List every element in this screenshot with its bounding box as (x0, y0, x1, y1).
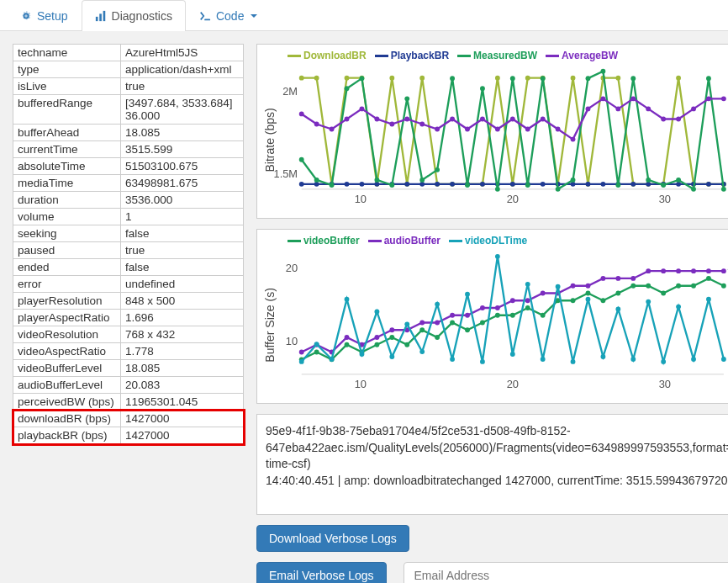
svg-point-218 (676, 305, 681, 310)
buffer-chart: videoBufferaudioBuffervideoDLTime Buffer… (256, 229, 728, 404)
svg-point-78 (435, 167, 440, 172)
svg-point-193 (299, 359, 304, 364)
table-row: technameAzureHtml5JS (13, 45, 244, 61)
svg-point-184 (600, 276, 605, 281)
legend-swatch (546, 55, 559, 57)
legend-item: MeasuredBW (457, 50, 537, 61)
svg-point-163 (721, 284, 726, 289)
svg-point-108 (450, 117, 455, 122)
svg-point-147 (480, 321, 485, 326)
svg-rect-0 (95, 17, 98, 21)
diag-key: isLive (13, 78, 121, 95)
terminal-icon (199, 10, 211, 22)
svg-point-69 (299, 157, 304, 162)
table-row: downloadBR (bps)1427000 (13, 411, 244, 427)
diagnostics-table: technameAzureHtml5JStypeapplication/dash… (13, 44, 244, 444)
svg-point-29 (571, 76, 576, 81)
svg-point-213 (600, 354, 605, 359)
diag-value: 11965301.045 (121, 394, 244, 411)
legend-label: PlaybackBR (391, 50, 449, 61)
diag-key: videoResolution (13, 326, 121, 343)
table-row: volume1 (13, 209, 244, 225)
svg-text:10: 10 (355, 378, 367, 390)
tab-diagnostics[interactable]: Diagnostics (82, 0, 186, 31)
diag-key: volume (13, 209, 121, 225)
legend-swatch (288, 55, 301, 57)
svg-point-59 (586, 182, 591, 187)
svg-point-186 (630, 276, 636, 281)
diag-key: ended (13, 259, 121, 276)
diag-key: paused (13, 242, 121, 259)
svg-point-211 (571, 359, 576, 364)
diag-value: 1.696 (121, 310, 244, 326)
diag-value: 18.085 (121, 360, 244, 377)
svg-point-191 (706, 268, 711, 273)
bitrate-chart-svg: Bitrate (bps) Bandwidth (bps) 2M 1.5M 14… (262, 61, 728, 214)
diag-key: bufferedRange (13, 95, 121, 125)
svg-point-99 (314, 122, 319, 127)
svg-point-214 (615, 307, 620, 312)
svg-text:20: 20 (507, 378, 519, 390)
diag-key: bufferAhead (13, 125, 121, 141)
svg-point-24 (495, 76, 500, 81)
svg-point-200 (404, 321, 409, 326)
ylabel-left: Buffer Size (s) (263, 288, 277, 362)
table-row: endedfalse (13, 259, 244, 276)
svg-point-86 (556, 187, 561, 192)
svg-point-162 (706, 276, 711, 281)
svg-point-107 (435, 127, 440, 132)
svg-point-158 (646, 284, 651, 289)
svg-text:2M: 2M (282, 85, 298, 98)
svg-point-19 (419, 76, 425, 81)
tab-code[interactable]: Code (186, 0, 271, 31)
svg-point-109 (465, 127, 470, 132)
svg-point-210 (556, 284, 561, 289)
svg-point-194 (314, 342, 319, 347)
svg-point-101 (345, 117, 350, 122)
svg-point-96 (706, 76, 711, 81)
svg-point-146 (465, 327, 470, 332)
svg-point-212 (586, 297, 591, 302)
svg-point-79 (450, 76, 455, 81)
diag-value: 1427000 (121, 411, 244, 427)
email-verbose-logs-button[interactable]: Email Verbose Logs (256, 562, 387, 583)
diag-value: 768 x 432 (121, 326, 244, 343)
diag-value: 18.085 (121, 125, 244, 141)
svg-point-149 (510, 313, 515, 318)
tab-setup[interactable]: Setup (7, 0, 82, 31)
svg-point-83 (510, 76, 515, 81)
svg-point-121 (646, 106, 651, 111)
svg-point-118 (600, 96, 605, 101)
svg-point-104 (389, 122, 394, 127)
svg-text:30: 30 (659, 193, 671, 205)
svg-point-113 (525, 127, 530, 132)
diag-value: 3515.599 (121, 141, 244, 158)
legend-label: DownloadBR (303, 50, 367, 61)
content-area: technameAzureHtml5JStypeapplication/dash… (0, 31, 728, 583)
svg-point-94 (676, 178, 681, 183)
svg-point-95 (691, 187, 696, 192)
diag-key: seeking (13, 225, 121, 242)
svg-point-180 (541, 291, 546, 296)
legend-label: videoDLTime (465, 235, 527, 246)
email-address-input[interactable] (404, 562, 728, 583)
svg-point-144 (435, 335, 440, 340)
table-row: mediaTime63498981.675 (13, 175, 244, 192)
svg-point-81 (480, 86, 485, 91)
diag-key: playerAspectRatio (13, 310, 121, 326)
legend-swatch (375, 55, 388, 57)
tabs-bar: Setup Diagnostics Code (0, 0, 728, 31)
log-line: 14:40:40.451 | amp: downloadbitratechang… (266, 473, 728, 490)
svg-point-84 (525, 183, 530, 188)
svg-point-176 (480, 305, 485, 310)
diag-key: playerResolution (13, 293, 121, 310)
download-verbose-logs-button[interactable]: Download Verbose Logs (256, 525, 409, 552)
svg-point-82 (495, 187, 500, 192)
svg-point-105 (404, 117, 409, 122)
legend-item: DownloadBR (288, 50, 367, 61)
diag-key: downloadBR (bps) (13, 411, 121, 427)
svg-point-151 (541, 313, 546, 318)
legend-label: AverageBW (562, 50, 618, 61)
svg-point-148 (495, 313, 500, 318)
verbose-log[interactable]: 95e9-4f1f-9b38-75eba91704e4/5f2ce531-d50… (256, 414, 728, 515)
